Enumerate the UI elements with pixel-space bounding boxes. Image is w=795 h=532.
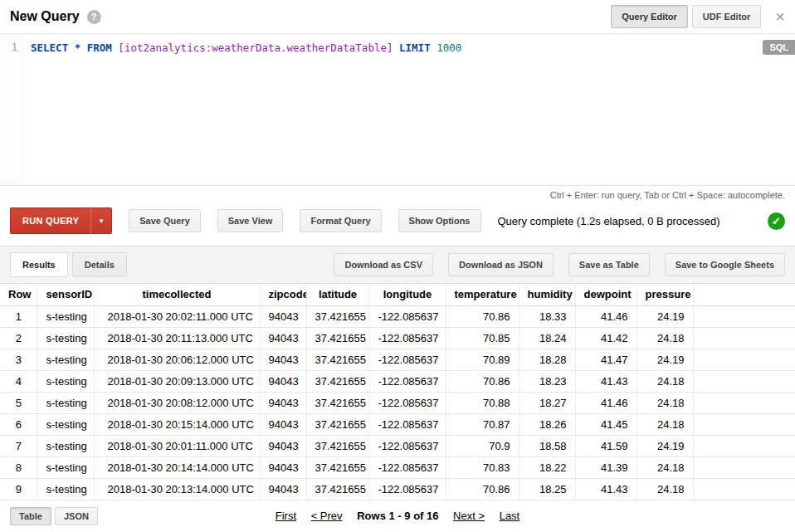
table-cell: 37.421655 (306, 392, 369, 413)
table-cell: s-testing (37, 370, 94, 392)
table-cell: 94043 (260, 435, 306, 456)
table-row: 4s-testing2018-01-30 20:09:13.000 UTC940… (0, 370, 795, 392)
view-table-button[interactable]: Table (10, 507, 51, 525)
success-check-icon: ✓ (768, 212, 785, 230)
table-cell: 37.421655 (306, 456, 369, 478)
table-cell: 18.33 (519, 305, 575, 327)
column-header: zipcode (260, 284, 306, 305)
table-cell: 41.59 (575, 435, 636, 456)
page-title: New Query (10, 9, 80, 24)
pagination-prev-link[interactable]: < Prev (311, 510, 343, 522)
column-header: sensorID (37, 284, 94, 305)
results-footer: First < Prev Rows 1 - 9 of 16 Next > Las… (0, 500, 795, 532)
sql-number-literal: 1000 (437, 41, 461, 54)
results-table-body: 1s-testing2018-01-30 20:02:11.000 UTC940… (0, 305, 795, 500)
table-cell: 24.18 (636, 327, 693, 349)
table-cell: 2018-01-30 20:13:14.000 UTC (94, 478, 260, 500)
table-cell: 94043 (260, 392, 306, 413)
pagination-info: Rows 1 - 9 of 16 (357, 510, 438, 522)
table-cell: 94043 (260, 305, 306, 327)
table-cell: -122.085637 (369, 435, 446, 456)
column-header: humidity (519, 284, 575, 305)
sql-keyword: LIMIT (393, 41, 437, 54)
table-cell: 41.43 (575, 478, 636, 500)
line-number: 1 (12, 41, 17, 53)
close-icon[interactable]: × (775, 8, 785, 25)
keyboard-hint: Ctrl + Enter: run query, Tab or Ctrl + S… (0, 186, 795, 203)
table-cell: 2018-01-30 20:09:13.000 UTC (94, 370, 260, 392)
download-as-json-button[interactable]: Download as JSON (448, 253, 554, 276)
table-cell: 24.18 (636, 413, 693, 435)
run-query-button[interactable]: RUN QUERY (10, 207, 90, 234)
table-cell: -122.085637 (369, 478, 446, 500)
table-cell: 2018-01-30 20:01:11.000 UTC (94, 435, 260, 456)
udf-editor-button[interactable]: UDF Editor (692, 5, 761, 28)
table-cell: 24.18 (636, 478, 693, 500)
table-cell: 18.23 (519, 370, 575, 392)
table-cell (693, 435, 795, 456)
table-cell: -122.085637 (369, 370, 446, 392)
table-cell: 5 (0, 392, 37, 413)
table-cell: 8 (0, 456, 37, 478)
table-cell: 2018-01-30 20:02:11.000 UTC (94, 305, 260, 327)
column-header: pressure (636, 284, 693, 305)
table-row: 9s-testing2018-01-30 20:13:14.000 UTC940… (0, 478, 795, 500)
table-cell: -122.085637 (369, 392, 446, 413)
column-header: latitude (306, 284, 369, 305)
tab-details[interactable]: Details (72, 252, 127, 277)
table-cell: 41.39 (575, 456, 636, 478)
pagination-first-link[interactable]: First (276, 510, 296, 522)
table-cell: 1 (0, 305, 37, 327)
query-toolbar: RUN QUERY ▼ Save Query Save View Format … (0, 203, 795, 246)
table-cell: 37.421655 (306, 478, 369, 500)
table-row: 6s-testing2018-01-30 20:15:14.000 UTC940… (0, 413, 795, 435)
table-cell: 18.58 (519, 435, 575, 456)
save-view-button[interactable]: Save View (217, 209, 284, 232)
save-as-table-button[interactable]: Save as Table (568, 253, 650, 276)
run-query-dropdown-icon[interactable]: ▼ (90, 207, 112, 234)
save-to-google-sheets-button[interactable]: Save to Google Sheets (665, 253, 785, 276)
table-cell: 94043 (260, 413, 306, 435)
table-cell: 2018-01-30 20:06:12.000 UTC (94, 349, 260, 370)
results-table-header-row: RowsensorIDtimecollectedzipcodelatitudel… (0, 284, 795, 305)
table-cell: 24.18 (636, 370, 693, 392)
query-editor[interactable]: 1 SELECT * FROM [iot2analytics:weatherDa… (0, 33, 795, 186)
format-query-button[interactable]: Format Query (300, 209, 381, 232)
table-cell: 70.86 (446, 478, 519, 500)
table-cell: 41.45 (575, 413, 636, 435)
table-cell: -122.085637 (369, 349, 446, 370)
table-cell: 70.83 (446, 456, 519, 478)
save-query-button[interactable]: Save Query (129, 209, 201, 232)
help-icon[interactable]: ? (87, 10, 101, 24)
table-cell: s-testing (37, 392, 94, 413)
table-cell (693, 456, 795, 478)
tab-results[interactable]: Results (10, 252, 68, 277)
table-cell: 94043 (260, 478, 306, 500)
pagination-next-link[interactable]: Next > (453, 510, 485, 522)
view-json-button[interactable]: JSON (55, 507, 98, 525)
column-header: Row (0, 284, 37, 305)
table-row: 2s-testing2018-01-30 20:11:13.000 UTC940… (0, 327, 795, 349)
table-cell: 2 (0, 327, 37, 349)
table-cell: 18.26 (519, 413, 575, 435)
sql-code-area[interactable]: SELECT * FROM [iot2analytics:weatherData… (25, 34, 795, 185)
table-cell: 94043 (260, 370, 306, 392)
download-as-csv-button[interactable]: Download as CSV (334, 253, 433, 276)
table-cell: 94043 (260, 327, 306, 349)
show-options-button[interactable]: Show Options (398, 209, 481, 232)
table-cell: 9 (0, 478, 37, 500)
pagination-last-link[interactable]: Last (500, 510, 520, 522)
table-cell: 2018-01-30 20:15:14.000 UTC (94, 413, 260, 435)
column-header: dewpoint (575, 284, 636, 305)
sql-table-reference: [iot2analytics:weatherData.weatherDataTa… (118, 41, 393, 54)
query-editor-button[interactable]: Query Editor (611, 5, 688, 28)
table-cell: 2018-01-30 20:11:13.000 UTC (94, 327, 260, 349)
table-row: 3s-testing2018-01-30 20:06:12.000 UTC940… (0, 349, 795, 370)
column-header: timecollected (94, 284, 260, 305)
table-cell: 70.86 (446, 305, 519, 327)
table-cell: 37.421655 (306, 370, 369, 392)
table-cell (693, 413, 795, 435)
line-number-gutter: 1 (0, 34, 25, 185)
table-cell: s-testing (37, 327, 94, 349)
table-cell: 24.18 (636, 456, 693, 478)
